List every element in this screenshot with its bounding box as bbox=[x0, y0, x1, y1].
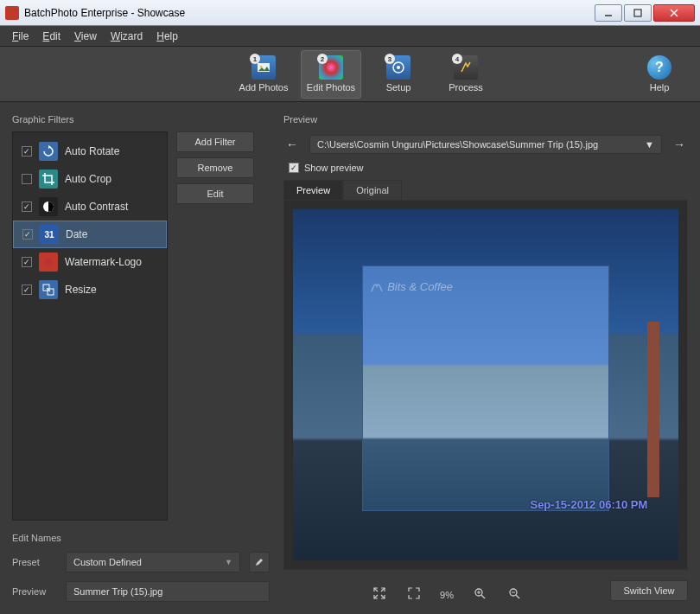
filter-label: Auto Crop bbox=[65, 173, 111, 185]
chevron-down-icon: ▼ bbox=[645, 139, 654, 150]
zoom-out-icon bbox=[508, 587, 520, 599]
crop-icon bbox=[39, 169, 58, 189]
svg-line-13 bbox=[481, 595, 485, 598]
menu-view[interactable]: View bbox=[69, 29, 102, 44]
titlebar: BatchPhoto Enterprise - Showcase bbox=[0, 0, 700, 26]
app-icon bbox=[5, 6, 19, 20]
preview-area: Bits & Coffee Sep-15-2012 06:10 PM bbox=[283, 200, 688, 570]
next-photo-button[interactable]: → bbox=[671, 138, 688, 151]
filter-checkbox[interactable] bbox=[22, 257, 32, 267]
toolbar-help[interactable]: ? Help bbox=[629, 50, 690, 99]
show-preview-checkbox[interactable] bbox=[289, 163, 299, 173]
filter-label: Auto Rotate bbox=[65, 145, 119, 157]
graphic-filters-label: Graphic Filters bbox=[12, 114, 270, 125]
edit-names-label: Edit Names bbox=[12, 533, 270, 543]
filter-item[interactable]: Watermark-Logo bbox=[13, 248, 167, 276]
preview-name-field[interactable]: Summer Trip (15).jpg bbox=[66, 581, 270, 602]
filter-label: Auto Contrast bbox=[65, 201, 128, 213]
zoom-out-button[interactable] bbox=[506, 587, 523, 602]
preset-label: Preset bbox=[12, 557, 57, 567]
fit-to-window-button[interactable] bbox=[371, 587, 388, 602]
photo-path-select[interactable]: C:\Users\Cosmin Unguru\Pictures\Showcase… bbox=[309, 135, 662, 154]
remove-filter-button[interactable]: Remove bbox=[176, 157, 254, 178]
zoom-in-button[interactable] bbox=[471, 587, 488, 602]
maximize-button[interactable] bbox=[624, 4, 652, 22]
filter-label: Date bbox=[66, 228, 87, 240]
zoom-percent: 9% bbox=[440, 590, 454, 600]
watermark-logo-icon bbox=[370, 279, 384, 293]
tab-original[interactable]: Original bbox=[343, 180, 402, 200]
svg-rect-1 bbox=[634, 10, 641, 16]
rotate-icon bbox=[39, 142, 58, 161]
svg-point-7 bbox=[397, 66, 400, 69]
edit-filter-button[interactable]: Edit bbox=[176, 183, 254, 204]
minimize-button[interactable] bbox=[595, 4, 622, 22]
date-icon: 31 bbox=[40, 225, 59, 244]
crop-box bbox=[362, 265, 608, 511]
filter-list: Auto RotateAuto CropAuto Contrast31DateW… bbox=[12, 131, 168, 521]
setup-icon bbox=[391, 61, 405, 74]
filter-label: Resize bbox=[65, 284, 97, 296]
menu-wizard[interactable]: Wizard bbox=[105, 29, 148, 44]
close-button[interactable] bbox=[653, 4, 695, 22]
watermark-icon bbox=[39, 253, 58, 272]
menu-help[interactable]: Help bbox=[151, 29, 183, 44]
preview-image: Bits & Coffee Sep-15-2012 06:10 PM bbox=[293, 209, 678, 560]
preview-panel-label: Preview bbox=[283, 114, 688, 125]
toolbar: 1 Add Photos 2 Edit Photos 3 Setup 4 Pro… bbox=[0, 47, 700, 102]
filter-checkbox[interactable] bbox=[22, 146, 32, 157]
window-title: BatchPhoto Enterprise - Showcase bbox=[24, 7, 595, 19]
watermark-overlay: Bits & Coffee bbox=[370, 279, 453, 293]
svg-point-9 bbox=[44, 258, 53, 266]
filter-label: Watermark-Logo bbox=[65, 256, 142, 268]
filter-checkbox[interactable] bbox=[22, 174, 32, 184]
zoom-in-icon bbox=[474, 587, 486, 599]
add-filter-button[interactable]: Add Filter bbox=[176, 131, 254, 152]
filter-checkbox[interactable] bbox=[22, 229, 33, 240]
preset-select[interactable]: Custom Defined ▼ bbox=[66, 552, 240, 572]
edit-preset-button[interactable] bbox=[249, 552, 270, 572]
filter-checkbox[interactable] bbox=[22, 201, 32, 212]
toolbar-setup[interactable]: 3 Setup bbox=[368, 50, 429, 99]
svg-line-17 bbox=[516, 595, 519, 598]
filter-item[interactable]: Auto Crop bbox=[13, 165, 167, 193]
switch-view-button[interactable]: Switch View bbox=[610, 580, 688, 601]
tab-preview[interactable]: Preview bbox=[283, 180, 343, 200]
filter-item[interactable]: Auto Rotate bbox=[13, 138, 167, 165]
filter-item[interactable]: Resize bbox=[13, 276, 167, 304]
menu-edit[interactable]: Edit bbox=[37, 29, 66, 44]
menubar: File Edit View Wizard Help bbox=[0, 26, 700, 47]
chevron-down-icon: ▼ bbox=[225, 558, 232, 566]
menu-file[interactable]: File bbox=[7, 29, 34, 44]
preview-name-label: Preview bbox=[12, 586, 57, 597]
actual-size-button[interactable] bbox=[405, 587, 423, 602]
resize-icon bbox=[39, 280, 58, 299]
process-icon bbox=[459, 61, 473, 74]
filter-checkbox[interactable] bbox=[22, 285, 32, 295]
help-icon: ? bbox=[647, 55, 671, 80]
show-preview-label: Show preview bbox=[304, 163, 363, 173]
toolbar-add-photos[interactable]: 1 Add Photos bbox=[233, 50, 294, 99]
contrast-icon bbox=[39, 197, 58, 216]
toolbar-process[interactable]: 4 Process bbox=[436, 50, 496, 99]
date-stamp-overlay: Sep-15-2012 06:10 PM bbox=[530, 498, 647, 511]
filter-item[interactable]: Auto Contrast bbox=[13, 193, 167, 221]
pencil-icon bbox=[254, 557, 264, 567]
toolbar-edit-photos[interactable]: 2 Edit Photos bbox=[301, 50, 361, 99]
filter-item[interactable]: 31Date bbox=[13, 221, 167, 248]
prev-photo-button[interactable]: ← bbox=[283, 138, 301, 151]
